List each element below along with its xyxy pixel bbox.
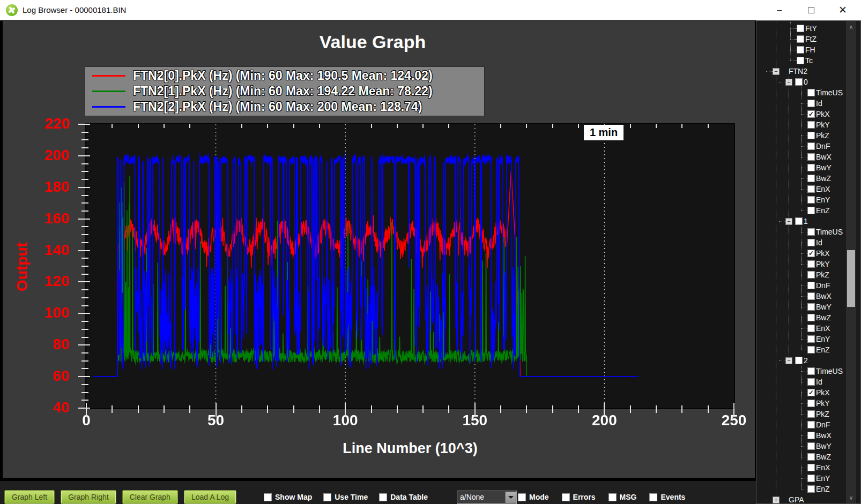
tree-label[interactable]: FtZ xyxy=(805,35,817,43)
tree-label[interactable]: BwY xyxy=(816,303,832,311)
dropdown-arrow-icon[interactable] xyxy=(505,492,516,503)
tree-checkbox[interactable] xyxy=(807,367,815,375)
tree-label[interactable]: BwX xyxy=(816,292,832,300)
tree-row-fty[interactable]: FtY xyxy=(756,23,844,34)
tree-row-fh[interactable]: FH xyxy=(756,44,844,55)
tree-row-pkz[interactable]: PkZ xyxy=(756,409,844,419)
tree-label[interactable]: EnX xyxy=(816,463,830,472)
tree-row-dnf[interactable]: DnF xyxy=(756,141,844,152)
graph-left-button[interactable]: Graph Left xyxy=(4,490,55,504)
tree-label[interactable]: TimeUS xyxy=(816,367,843,375)
tree-row-enz[interactable]: EnZ xyxy=(756,484,844,494)
mode-dropdown[interactable]: a/None xyxy=(457,491,517,504)
tree-checkbox[interactable] xyxy=(797,46,804,54)
tree-label[interactable]: Id xyxy=(816,238,822,247)
tree-checkbox[interactable] xyxy=(807,400,815,407)
tree-label[interactable]: BwZ xyxy=(816,313,831,322)
tree-row-bwy[interactable]: BwY xyxy=(756,441,844,452)
tree-label[interactable]: BwZ xyxy=(816,174,831,183)
tree-label[interactable]: PkZ xyxy=(816,131,829,140)
tree-checkbox[interactable]: ✓ xyxy=(807,389,815,396)
tree-checkbox[interactable] xyxy=(807,453,815,461)
tree-row-ftn2[interactable]: −FTN2 xyxy=(756,66,844,77)
tree-label[interactable]: DnF xyxy=(816,420,830,429)
tree-label[interactable]: Tc xyxy=(805,56,813,65)
tree-checkbox[interactable] xyxy=(807,325,815,332)
tree-checkbox[interactable] xyxy=(807,303,815,311)
toolbar-check-events[interactable]: Events xyxy=(649,493,685,501)
tree-scrollbar[interactable]: ∧ ∨ xyxy=(846,21,856,503)
tree-row-2[interactable]: −2 xyxy=(756,355,844,366)
tree-checkbox[interactable] xyxy=(807,282,815,289)
maximize-icon[interactable] xyxy=(799,0,823,20)
tree-row-bwy[interactable]: BwY xyxy=(756,162,844,173)
checkbox[interactable] xyxy=(379,493,387,501)
tree-row-bwz[interactable]: BwZ xyxy=(756,312,844,323)
tree-label[interactable]: EnZ xyxy=(816,485,830,493)
tree-row-bwz[interactable]: BwZ xyxy=(756,173,844,184)
tree-label[interactable]: BwZ xyxy=(816,453,831,461)
tree-label[interactable]: FH xyxy=(805,46,815,54)
tree-checkbox[interactable] xyxy=(807,239,815,246)
graph-right-button[interactable]: Graph Right xyxy=(61,490,116,504)
tree-row-enx[interactable]: EnX xyxy=(756,462,844,473)
tree-row-pkx[interactable]: ✓PkX xyxy=(756,109,844,119)
tree-label[interactable]: PkY xyxy=(816,121,830,129)
tree-checkbox[interactable] xyxy=(807,421,815,428)
tree-row-eny[interactable]: EnY xyxy=(756,473,844,484)
tree-checkbox[interactable]: ✓ xyxy=(807,250,815,257)
tree-row-bwy[interactable]: BwY xyxy=(756,302,844,312)
tree-label[interactable]: Id xyxy=(816,99,822,108)
tree-row-bwx[interactable]: BwX xyxy=(756,430,844,441)
tree-label[interactable]: PkY xyxy=(816,399,830,408)
toolbar-check-use-time[interactable]: Use Time xyxy=(323,493,368,501)
tree-label[interactable]: EnZ xyxy=(816,206,830,215)
tree-label[interactable]: PkY xyxy=(816,260,830,268)
tree-label[interactable]: PkX xyxy=(816,249,830,258)
tree-label[interactable]: Id xyxy=(816,378,822,386)
tree-label[interactable]: PkX xyxy=(816,388,830,397)
tree-label[interactable]: BwX xyxy=(816,431,832,440)
tree-checkbox[interactable] xyxy=(807,292,815,300)
tree-label[interactable]: 0 xyxy=(804,78,808,86)
tree-label[interactable]: TimeUS xyxy=(816,228,843,236)
tree-label[interactable]: 2 xyxy=(804,356,808,365)
tree-row-pkz[interactable]: PkZ xyxy=(756,130,844,141)
tree-row-enx[interactable]: EnX xyxy=(756,323,844,334)
tree-label[interactable]: EnX xyxy=(816,324,830,333)
toolbar-check-msg[interactable]: MSG xyxy=(608,493,637,501)
tree-checkbox[interactable] xyxy=(807,164,815,171)
tree-checkbox[interactable] xyxy=(807,475,815,482)
tree-row-eny[interactable]: EnY xyxy=(756,194,844,205)
tree-row-pky[interactable]: PkY xyxy=(756,259,844,269)
tree-label[interactable]: DnF xyxy=(816,281,830,290)
tree-checkbox[interactable] xyxy=(797,25,804,32)
tree-row-pkx[interactable]: ✓PkX xyxy=(756,387,844,398)
tree-row-id[interactable]: Id xyxy=(756,237,844,248)
tree-row-timeus[interactable]: TimeUS xyxy=(756,87,844,98)
tree-label[interactable]: FtY xyxy=(805,24,817,33)
scroll-down-icon[interactable]: ∨ xyxy=(846,493,856,502)
tree-checkbox[interactable] xyxy=(807,185,815,193)
tree-row-0[interactable]: −0 xyxy=(756,77,844,87)
tree-checkbox[interactable] xyxy=(807,100,815,107)
tree-row-id[interactable]: Id xyxy=(756,377,844,387)
tree-checkbox[interactable] xyxy=(807,464,815,471)
tree-row-pkx[interactable]: ✓PkX xyxy=(756,248,844,259)
tree-row-tc[interactable]: Tc xyxy=(756,55,844,66)
tree-row-timeus[interactable]: TimeUS xyxy=(756,227,844,237)
checkbox[interactable] xyxy=(608,493,617,501)
tree-label[interactable]: DnF xyxy=(816,142,830,151)
tree-checkbox[interactable] xyxy=(807,153,815,161)
tree-row-pky[interactable]: PkY xyxy=(756,119,844,130)
checkbox[interactable] xyxy=(518,493,526,501)
tree-row-pky[interactable]: PkY xyxy=(756,398,844,409)
tree-label[interactable]: EnY xyxy=(816,335,830,343)
clear-graph-button[interactable]: Clear Graph xyxy=(122,490,178,504)
tree-checkbox[interactable] xyxy=(807,335,815,343)
close-icon[interactable] xyxy=(830,0,855,20)
tree-label[interactable]: PkZ xyxy=(816,270,829,279)
tree-label[interactable]: GPA xyxy=(789,495,804,504)
tree-label[interactable]: EnY xyxy=(816,195,830,204)
tree-checkbox[interactable] xyxy=(795,357,803,364)
